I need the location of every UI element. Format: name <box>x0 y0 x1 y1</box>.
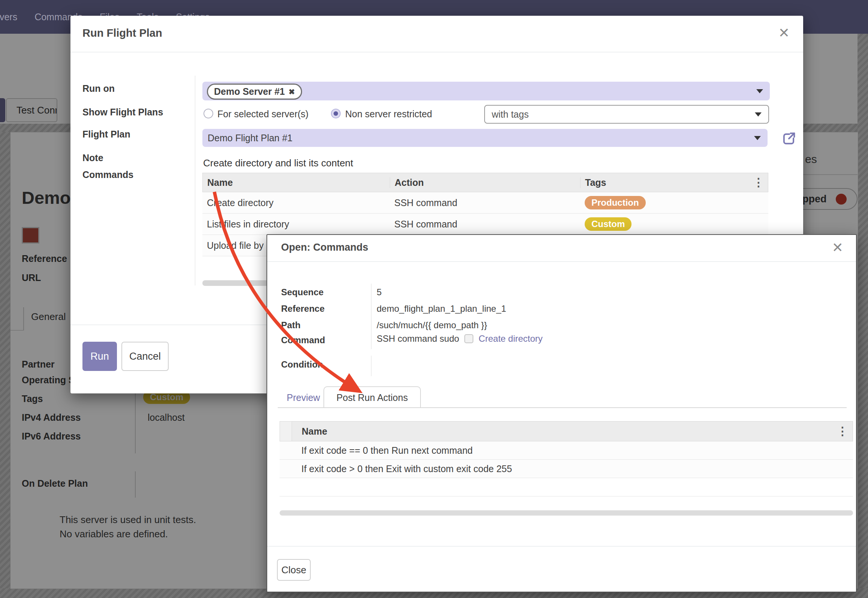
plan-section-title: Create directory and list its content <box>203 157 353 169</box>
modal-header: Run Flight Plan ✕ <box>70 16 803 52</box>
sequence-label: Sequence <box>281 287 323 298</box>
flight-plan-value: Demo Flight Plan #1 <box>208 133 293 144</box>
table-row[interactable]: If exit code == 0 then Run next command <box>280 441 853 460</box>
table-row[interactable]: List files in directory SSH command Cust… <box>202 214 768 235</box>
custom-badge: Custom <box>585 217 632 231</box>
run-button[interactable]: Run <box>82 342 117 371</box>
radio-dot-icon <box>334 111 338 116</box>
radio-non-server-restricted[interactable] <box>331 109 341 118</box>
table-horizontal-scrollbar[interactable] <box>280 510 853 516</box>
value-column-divider-2 <box>371 356 371 376</box>
path-label: Path <box>281 320 301 330</box>
nav-item-servers[interactable]: Servers <box>0 12 17 22</box>
modal-title: Run Flight Plan <box>82 27 162 39</box>
command-link[interactable]: Create directory <box>479 333 543 344</box>
reference-value: demo_flight_plan_1_plan_line_1 <box>377 303 506 314</box>
chevron-down-icon[interactable] <box>756 89 763 93</box>
modal-header: Open: Commands ✕ <box>267 235 856 262</box>
close-button[interactable]: Close <box>277 559 311 581</box>
selector-column <box>280 422 292 441</box>
chevron-down-icon[interactable] <box>754 136 761 140</box>
external-link-icon[interactable] <box>781 130 797 147</box>
sudo-checkbox[interactable] <box>464 334 473 343</box>
cell-action: SSH command <box>390 219 580 230</box>
server-tag-label: Demo Server #1 <box>214 86 285 97</box>
post-run-actions-table: Name ⋮ If exit code == 0 then Run next c… <box>280 421 853 496</box>
command-value: SSH command sudo <box>377 333 459 344</box>
remove-tag-icon[interactable]: ✖ <box>289 87 295 96</box>
radio-for-selected-servers-label[interactable]: For selected server(s) <box>217 109 308 120</box>
table-options-icon[interactable]: ⋮ <box>753 177 768 188</box>
show-flight-plans-label: Show Flight Plans <box>82 107 163 118</box>
modal-footer-divider <box>267 546 856 547</box>
col-name[interactable]: Name <box>292 426 837 437</box>
col-name[interactable]: Name <box>203 177 390 188</box>
condition-label: Condition <box>281 359 323 370</box>
tabs-underline <box>278 407 847 408</box>
server-tag-pill[interactable]: Demo Server #1 ✖ <box>207 84 302 100</box>
cell-name: If exit code > 0 then Exit with custom e… <box>280 463 512 474</box>
reference-label: Reference <box>281 303 325 314</box>
chevron-down-icon[interactable] <box>755 112 762 117</box>
sequence-value: 5 <box>377 287 382 298</box>
radio-for-selected-servers[interactable] <box>204 109 213 118</box>
note-label: Note <box>82 152 103 163</box>
tags-filter-value: with tags <box>492 109 529 120</box>
tags-filter-select[interactable]: with tags <box>484 105 769 124</box>
production-badge: Production <box>585 196 646 209</box>
table-header: Name Action Tags ⋮ <box>202 173 768 192</box>
screen: { "navbar": { "items": ["Servers", "Comm… <box>0 0 868 598</box>
tab-post-run-actions[interactable]: Post Run Actions <box>323 386 421 408</box>
tab-preview[interactable]: Preview <box>287 392 320 403</box>
value-column-divider <box>371 284 371 349</box>
table-row[interactable]: If exit code > 0 then Exit with custom e… <box>280 460 853 478</box>
cell-name: List files in directory <box>202 219 390 230</box>
label-column-divider <box>195 76 195 286</box>
commands-label: Commands <box>82 169 133 180</box>
close-icon[interactable]: ✕ <box>778 26 790 40</box>
radio-non-server-restricted-label[interactable]: Non server restricted <box>345 109 432 120</box>
open-commands-modal: Open: Commands ✕ Sequence Reference Path… <box>266 234 857 592</box>
command-row: SSH command sudo Create directory <box>377 333 543 344</box>
table-header: Name ⋮ <box>280 421 853 441</box>
col-tags[interactable]: Tags <box>581 177 753 188</box>
cancel-button[interactable]: Cancel <box>121 342 169 371</box>
modal-title: Open: Commands <box>281 242 368 253</box>
cell-name: Create directory <box>202 197 390 208</box>
table-row[interactable]: Create directory SSH command Production <box>202 192 768 214</box>
cell-action: SSH command <box>390 197 580 208</box>
path-value: /such/much/{{ demo_path }} <box>377 320 487 330</box>
run-on-label: Run on <box>82 83 115 94</box>
close-icon[interactable]: ✕ <box>832 241 843 254</box>
cell-name: If exit code == 0 then Run next command <box>280 445 473 456</box>
command-label: Command <box>281 335 325 345</box>
col-action[interactable]: Action <box>390 177 581 188</box>
table-options-icon[interactable]: ⋮ <box>837 426 853 437</box>
run-on-select[interactable]: Demo Server #1 ✖ <box>202 82 770 100</box>
table-empty-row <box>280 478 853 496</box>
flight-plan-select[interactable]: Demo Flight Plan #1 <box>202 129 768 147</box>
flight-plan-label: Flight Plan <box>82 129 130 140</box>
